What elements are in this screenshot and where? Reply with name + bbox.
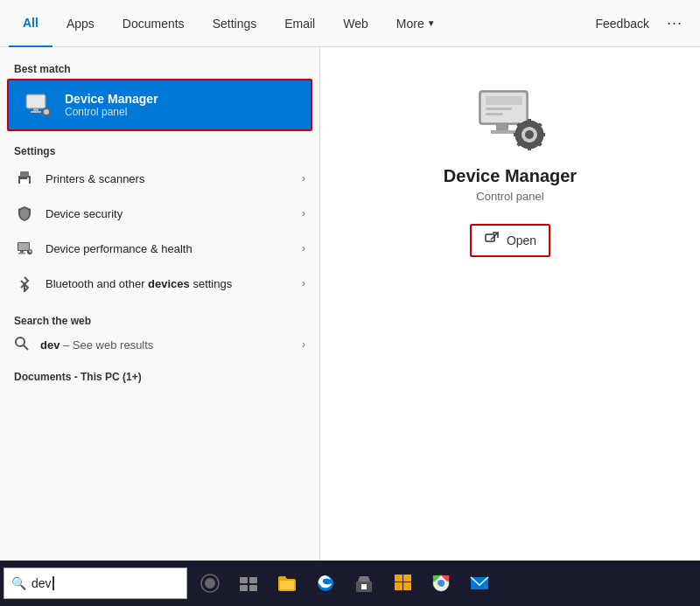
svg-rect-23 — [486, 96, 522, 105]
bluetooth-icon — [14, 273, 35, 294]
svg-rect-11 — [20, 171, 29, 177]
web-search-item[interactable]: dev – See web results › — [0, 331, 319, 359]
svg-rect-9 — [49, 111, 51, 113]
svg-point-19 — [16, 338, 24, 346]
device-manager-icon — [23, 89, 54, 121]
svg-rect-1 — [27, 95, 45, 108]
chevron-right-icon-performance: › — [302, 242, 305, 254]
web-search-label: Search the web — [0, 308, 319, 331]
taskbar-edge-icon[interactable] — [306, 561, 345, 606]
right-panel: Device Manager Control panel Open — [319, 47, 700, 561]
open-icon — [484, 231, 500, 250]
taskbar-cortana-icon[interactable] — [191, 561, 229, 606]
tab-apps[interactable]: Apps — [52, 0, 108, 47]
taskbar-chrome-icon[interactable] — [422, 561, 460, 606]
svg-rect-32 — [528, 146, 531, 150]
taskbar-windows-icon[interactable] — [383, 561, 422, 606]
chevron-right-icon-printers: › — [302, 172, 305, 185]
svg-rect-43 — [240, 577, 248, 583]
main-content: Best match D — [0, 47, 700, 561]
best-match-label: Best match — [0, 56, 319, 79]
svg-rect-44 — [249, 577, 257, 583]
left-panel: Best match D — [0, 47, 319, 561]
svg-point-42 — [205, 578, 215, 589]
tab-web[interactable]: Web — [329, 0, 382, 47]
svg-rect-26 — [496, 124, 508, 130]
web-search-text: dev – See web results — [40, 338, 153, 352]
right-title: Device Manager — [444, 166, 577, 186]
svg-point-13 — [27, 178, 29, 179]
device-security-label: Device security — [46, 207, 302, 220]
device-performance-label: Device performance & health — [46, 242, 302, 255]
svg-point-30 — [525, 130, 534, 139]
svg-rect-27 — [491, 130, 515, 134]
taskbar-file-explorer-icon[interactable] — [268, 561, 306, 606]
taskbar-store-icon[interactable] — [345, 561, 383, 606]
tab-all[interactable]: All — [9, 0, 52, 47]
settings-item-device-performance[interactable]: Device performance & health › — [0, 231, 319, 266]
settings-item-device-security[interactable]: Device security › — [0, 196, 319, 231]
svg-rect-33 — [514, 133, 518, 136]
svg-rect-34 — [541, 133, 545, 136]
taskbar: 🔍 dev — [0, 561, 700, 606]
svg-rect-2 — [33, 108, 38, 111]
svg-rect-6 — [46, 108, 47, 109]
tab-email[interactable]: Email — [270, 0, 329, 47]
printers-label: Printers & scanners — [46, 172, 302, 185]
best-match-item[interactable]: Device Manager Control panel — [7, 79, 312, 131]
svg-rect-24 — [486, 108, 512, 110]
chevron-right-icon-web: › — [302, 338, 305, 351]
svg-line-20 — [24, 345, 28, 350]
chevron-right-icon-security: › — [302, 207, 305, 219]
svg-rect-7 — [46, 115, 47, 116]
svg-rect-16 — [20, 251, 24, 253]
svg-rect-45 — [240, 585, 248, 591]
chevron-right-icon-bluetooth: › — [302, 277, 305, 289]
search-glass-icon — [14, 336, 32, 353]
taskbar-mail-icon[interactable] — [460, 561, 499, 606]
svg-rect-25 — [486, 113, 503, 115]
svg-rect-17 — [18, 253, 25, 254]
more-arrow-icon: ▼ — [427, 18, 436, 28]
device-security-icon — [14, 203, 35, 224]
device-manager-large-icon — [475, 82, 545, 152]
open-label: Open — [507, 233, 536, 247]
svg-rect-49 — [361, 584, 367, 589]
svg-rect-3 — [31, 111, 41, 113]
tab-documents[interactable]: Documents — [108, 0, 199, 47]
settings-item-bluetooth[interactable]: Bluetooth and other devices settings › — [0, 266, 319, 301]
bluetooth-label: Bluetooth and other devices settings — [46, 277, 302, 290]
svg-rect-31 — [528, 119, 531, 123]
svg-rect-15 — [18, 243, 29, 250]
taskbar-search-icon: 🔍 — [11, 576, 26, 590]
feedback-button[interactable]: Feedback — [587, 0, 658, 47]
svg-rect-8 — [42, 111, 44, 113]
device-performance-icon — [14, 238, 35, 259]
svg-rect-51 — [403, 582, 411, 590]
tab-settings[interactable]: Settings — [199, 0, 271, 47]
tab-more[interactable]: More ▼ — [382, 0, 450, 47]
svg-point-5 — [44, 109, 49, 115]
open-button[interactable]: Open — [470, 224, 550, 257]
taskbar-search-value: dev — [32, 576, 52, 590]
settings-section-label: Settings — [0, 138, 319, 161]
right-subtitle: Control panel — [476, 190, 543, 203]
svg-rect-50 — [395, 582, 402, 590]
svg-rect-53 — [403, 575, 411, 582]
printers-icon — [14, 168, 35, 189]
best-match-title: Device Manager — [65, 92, 158, 106]
documents-label: Documents - This PC (1+) — [0, 364, 319, 387]
taskbar-search-box[interactable]: 🔍 dev — [4, 568, 187, 599]
svg-rect-12 — [20, 179, 29, 184]
more-options-button[interactable]: ··· — [658, 0, 691, 47]
svg-rect-52 — [395, 575, 402, 582]
svg-rect-46 — [249, 585, 257, 591]
taskbar-task-view-icon[interactable] — [229, 561, 268, 606]
top-nav: All Apps Documents Settings Email Web Mo… — [0, 0, 700, 47]
best-match-subtitle: Control panel — [65, 106, 158, 118]
settings-item-printers[interactable]: Printers & scanners › — [0, 161, 319, 196]
text-cursor — [52, 576, 54, 590]
